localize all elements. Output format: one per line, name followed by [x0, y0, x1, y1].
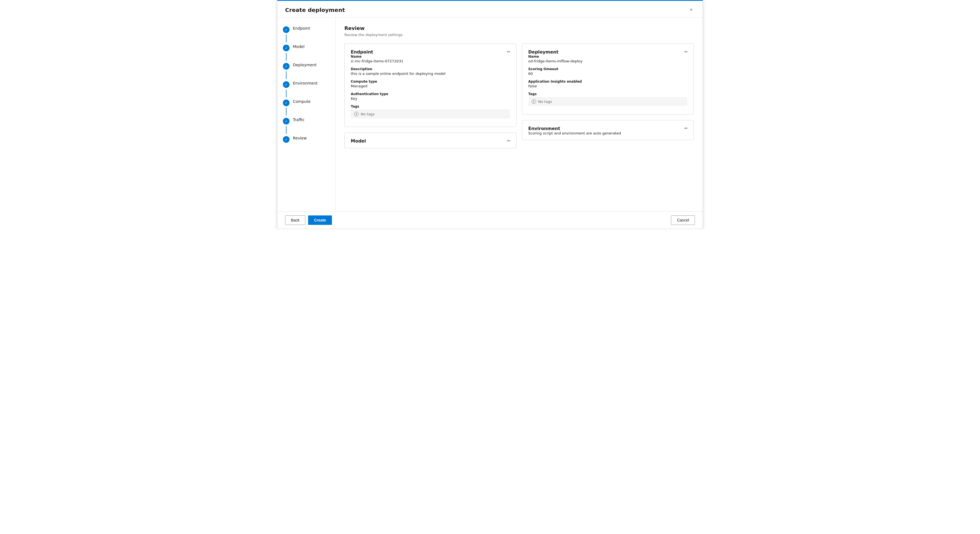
step-circle-deployment: ✓ — [283, 63, 290, 70]
endpoint-tags-field: Tags i No tags — [351, 105, 510, 118]
endpoint-compute-label: Compute type — [351, 80, 510, 83]
step-circle-endpoint: ✓ — [283, 26, 290, 33]
check-icon-environment: ✓ — [285, 83, 288, 87]
review-title: Review — [344, 25, 694, 31]
environment-card-title: Environment — [528, 126, 560, 131]
step-circle-environment: ✓ — [283, 81, 290, 88]
endpoint-card-title: Endpoint — [351, 49, 373, 55]
check-icon-compute: ✓ — [285, 101, 288, 105]
endpoint-name-label: Name — [351, 55, 510, 59]
deployment-timeout-label: Scoring timeout — [528, 67, 688, 71]
close-button[interactable]: × — [687, 6, 695, 14]
sidebar-item-model[interactable]: ✓ Model — [277, 42, 335, 53]
endpoint-name-field: Name ic-mc-fridge-items-07272031 — [351, 55, 510, 63]
step-connector-6 — [286, 126, 286, 134]
check-icon-review: ✓ — [285, 137, 288, 142]
step-connector-4 — [286, 89, 286, 97]
create-deployment-dialog: Create deployment × ✓ Endpoint ✓ Model — [277, 0, 703, 229]
endpoint-tags-label: Tags — [351, 105, 510, 108]
sidebar-item-compute[interactable]: ✓ Compute — [277, 97, 335, 108]
cards-grid: Endpoint ✏ Name ic-mc-fridge-items-07272… — [344, 43, 694, 148]
model-card: Model ✏ — [344, 132, 517, 148]
endpoint-compute-field: Compute type Managed — [351, 80, 510, 88]
endpoint-compute-value: Managed — [351, 84, 510, 88]
endpoint-auth-label: Authentication type — [351, 92, 510, 96]
step-circle-review: ✓ — [283, 136, 290, 143]
environment-edit-button[interactable]: ✏ — [683, 125, 689, 132]
deployment-tags-field: Tags i No tags — [528, 92, 688, 106]
dialog-body: ✓ Endpoint ✓ Model ✓ Deployment — [277, 18, 703, 211]
endpoint-tags-empty: No tags — [361, 112, 375, 116]
deployment-tags-empty: No tags — [538, 100, 552, 104]
deployment-card: Deployment ✏ Name od-fridge-items-mlflow… — [522, 43, 694, 115]
step-connector-1 — [286, 35, 286, 42]
environment-description: Scoring script and environment are auto … — [528, 131, 688, 135]
check-icon-endpoint: ✓ — [285, 28, 288, 32]
dialog-header: Create deployment × — [277, 1, 703, 18]
deployment-insights-value: false — [528, 84, 688, 88]
deployment-insights-field: Application Insights enabled false — [528, 80, 688, 88]
dialog-footer: Back Create Cancel — [277, 211, 703, 229]
sidebar-item-review[interactable]: ✓ Review — [277, 134, 335, 145]
sidebar-item-traffic[interactable]: ✓ Traffic — [277, 116, 335, 126]
deployment-insights-label: Application Insights enabled — [528, 80, 688, 83]
endpoint-tags-box: i No tags — [351, 110, 510, 118]
endpoint-auth-value: Key — [351, 97, 510, 100]
deployment-tags-label: Tags — [528, 92, 688, 96]
deployment-name-value: od-fridge-items-mlflow-deploy — [528, 59, 688, 63]
sidebar-item-label-endpoint: Endpoint — [293, 26, 310, 31]
sidebar-item-label-traffic: Traffic — [293, 117, 304, 123]
deployment-name-field: Name od-fridge-items-mlflow-deploy — [528, 55, 688, 63]
step-circle-model: ✓ — [283, 45, 290, 51]
sidebar-item-label-review: Review — [293, 135, 307, 141]
sidebar-item-environment[interactable]: ✓ Environment — [277, 79, 335, 89]
main-content: Review Review the deployment settings En… — [336, 18, 703, 211]
create-button[interactable]: Create — [308, 215, 332, 225]
model-edit-button[interactable]: ✏ — [506, 137, 512, 145]
step-circle-compute: ✓ — [283, 100, 290, 106]
sidebar-item-endpoint[interactable]: ✓ Endpoint — [277, 24, 335, 35]
endpoint-auth-field: Authentication type Key — [351, 92, 510, 100]
cancel-button[interactable]: Cancel — [671, 215, 695, 225]
review-subtitle: Review the deployment settings — [344, 33, 694, 37]
sidebar-item-label-deployment: Deployment — [293, 62, 317, 68]
back-button[interactable]: Back — [285, 215, 305, 225]
step-connector-5 — [286, 108, 286, 116]
deployment-name-label: Name — [528, 55, 688, 59]
sidebar: ✓ Endpoint ✓ Model ✓ Deployment — [277, 18, 336, 211]
endpoint-card: Endpoint ✏ Name ic-mc-fridge-items-07272… — [344, 43, 517, 127]
endpoint-description-label: Description — [351, 67, 510, 71]
sidebar-item-label-model: Model — [293, 44, 304, 49]
check-icon-deployment: ✓ — [285, 64, 288, 69]
dialog-title: Create deployment — [285, 6, 345, 13]
info-icon-endpoint-tags: i — [354, 112, 358, 116]
step-circle-traffic: ✓ — [283, 118, 290, 124]
model-card-title: Model — [351, 138, 366, 143]
endpoint-edit-button[interactable]: ✏ — [506, 48, 512, 56]
check-icon-traffic: ✓ — [285, 119, 288, 123]
deployment-edit-button[interactable]: ✏ — [683, 48, 689, 56]
deployment-tags-box: i No tags — [528, 97, 688, 106]
sidebar-item-label-compute: Compute — [293, 99, 310, 105]
step-connector-3 — [286, 71, 286, 79]
endpoint-description-value: this is a sample online endpoint for dep… — [351, 72, 510, 76]
endpoint-description-field: Description this is a sample online endp… — [351, 67, 510, 76]
sidebar-item-label-environment: Environment — [293, 81, 318, 86]
deployment-card-title: Deployment — [528, 49, 558, 55]
sidebar-item-deployment[interactable]: ✓ Deployment — [277, 61, 335, 71]
endpoint-name-value: ic-mc-fridge-items-07272031 — [351, 59, 510, 63]
info-icon-deployment-tags: i — [532, 99, 536, 104]
check-icon-model: ✓ — [285, 46, 288, 50]
step-connector-2 — [286, 53, 286, 61]
deployment-timeout-value: 60 — [528, 72, 688, 76]
environment-card: Environment ✏ Scoring script and environ… — [522, 120, 694, 140]
deployment-timeout-field: Scoring timeout 60 — [528, 67, 688, 76]
